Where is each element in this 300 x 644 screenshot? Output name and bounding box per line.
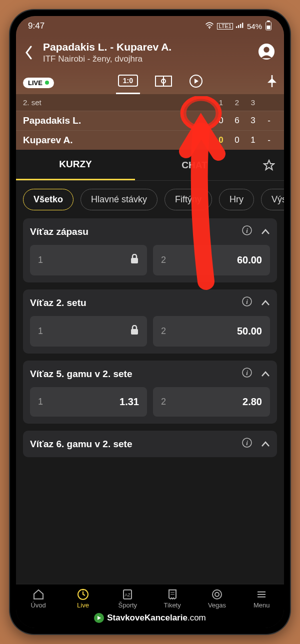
play-icon	[94, 613, 104, 623]
odd-button[interactable]: 2 60.00	[153, 245, 270, 275]
back-button[interactable]	[25, 44, 35, 61]
col-3: 3	[245, 98, 261, 107]
svg-point-0	[209, 28, 210, 29]
odd-button[interactable]: 2 50.00	[153, 316, 270, 347]
app-header: Papadakis L. - Kuparev A. ITF Nairobi - …	[16, 36, 284, 68]
odd-button[interactable]: 1	[30, 316, 147, 347]
match-title: Papadakis L. - Kuparev A.	[43, 41, 250, 53]
battery-icon	[265, 21, 272, 32]
odd-label: 1	[38, 326, 43, 337]
nav-sports[interactable]: AZ Športy	[106, 588, 150, 609]
market-title: Víťaz 2. setu	[30, 297, 86, 308]
phone-frame: 9:47 LTE1 54% Papadakis L. -	[10, 10, 290, 634]
svg-text:i: i	[246, 298, 248, 305]
view-tabs: LIVE 1:0	[16, 68, 284, 94]
tab-chat[interactable]: CHAT	[135, 151, 254, 180]
nav-menu[interactable]: Menu	[240, 588, 284, 609]
nav-tickets[interactable]: Tikety	[150, 588, 194, 609]
svg-point-9	[264, 47, 269, 53]
p2-s1: 0	[229, 135, 245, 145]
nav-vegas[interactable]: Vegas	[194, 588, 239, 609]
svg-point-31	[215, 592, 219, 596]
nav-label: Menu	[254, 601, 270, 609]
bottom-nav: Úvod Live AZ Športy Tikety Vegas Menu	[16, 584, 284, 610]
tab-court[interactable]	[153, 73, 174, 93]
filter-main[interactable]: Hlavné stávky	[80, 189, 158, 210]
live-badge: LIVE	[23, 78, 54, 88]
svg-point-30	[212, 590, 222, 599]
market-card: Víťaz 2. setu i 1 2 50.00	[23, 289, 277, 354]
lock-icon	[130, 325, 139, 338]
collapse-icon[interactable]	[261, 226, 270, 237]
filter-row[interactable]: Všetko Hlavné stávky Fiftýny Hry Výs	[16, 181, 284, 218]
odd-value: 1.31	[120, 396, 139, 408]
svg-rect-1	[236, 26, 237, 28]
brand-tld: .com	[188, 613, 206, 622]
nav-label: Úvod	[30, 601, 46, 609]
filter-games[interactable]: Hry	[219, 189, 254, 210]
odd-button[interactable]: 2 2.80	[153, 387, 270, 417]
nav-label: Vegas	[208, 601, 226, 609]
nav-label: Tikety	[164, 601, 181, 609]
odd-label: 2	[161, 255, 166, 265]
nav-live[interactable]: Live	[60, 588, 105, 609]
status-right: LTE1 54%	[205, 21, 272, 32]
info-icon[interactable]: i	[242, 225, 252, 238]
header-titles: Papadakis L. - Kuparev A. ITF Nairobi - …	[43, 41, 250, 64]
screen: 9:47 LTE1 54% Papadakis L. -	[16, 16, 284, 628]
info-icon[interactable]: i	[242, 438, 252, 450]
collapse-icon[interactable]	[261, 439, 270, 450]
market-card: Víťaz 6. gamu v 2. sete i	[23, 431, 277, 457]
p1-s1: 6	[229, 116, 245, 126]
odd-label: 2	[161, 326, 166, 337]
market-card: Víťaz 5. gamu v 2. sete i 1 1.31 2 2.80	[23, 361, 277, 424]
nav-home[interactable]: Úvod	[16, 588, 60, 609]
svg-rect-16	[131, 258, 138, 263]
signal-icon	[236, 22, 244, 31]
scoreboard: 2. set 1 2 3 Papadakis L. 0 6 3 - Kupare…	[16, 94, 284, 150]
market-title: Víťaz zápasu	[30, 226, 88, 237]
market-title: Víťaz 5. gamu v 2. sete	[30, 369, 132, 380]
match-subtitle: ITF Nairobi - ženy, dvojhra	[43, 54, 250, 64]
svg-text:i: i	[246, 369, 248, 377]
odd-label: 1	[38, 255, 43, 265]
score-tab-label: 1:0	[118, 75, 138, 87]
profile-button[interactable]	[258, 43, 275, 62]
collapse-icon[interactable]	[261, 297, 270, 308]
markets-list[interactable]: Víťaz zápasu i 1 2 60.00	[16, 218, 284, 584]
info-icon[interactable]: i	[242, 368, 252, 380]
tab-video[interactable]	[187, 71, 205, 94]
odd-value: 60.00	[237, 254, 262, 266]
p2-s2: 1	[245, 135, 261, 145]
odd-label: 2	[161, 397, 166, 407]
tab-odds[interactable]: KURZY	[16, 150, 135, 180]
svg-rect-19	[131, 329, 138, 335]
svg-rect-6	[267, 21, 270, 22]
market-title: Víťaz 6. gamu v 2. sete	[30, 439, 132, 450]
status-time: 9:47	[28, 21, 44, 31]
odd-button[interactable]: 1 1.31	[30, 387, 147, 417]
svg-text:AZ: AZ	[125, 592, 131, 597]
live-dot-icon	[45, 81, 49, 85]
info-icon[interactable]: i	[242, 296, 252, 309]
filter-all[interactable]: Všetko	[23, 189, 74, 210]
svg-rect-4	[242, 23, 243, 28]
col-2: 2	[229, 98, 245, 107]
svg-rect-2	[238, 25, 239, 28]
player2-name: Kuparev A.	[23, 135, 213, 146]
odd-button[interactable]: 1	[30, 245, 147, 275]
filter-fifty[interactable]: Fiftýny	[164, 189, 212, 210]
collapse-icon[interactable]	[261, 369, 270, 380]
main-tabs: KURZY CHAT	[16, 150, 284, 181]
battery-text: 54%	[247, 22, 262, 31]
filter-results[interactable]: Výs	[261, 189, 284, 210]
favorite-button[interactable]	[254, 159, 284, 171]
live-text: LIVE	[28, 79, 42, 87]
odd-value: 50.00	[237, 326, 262, 337]
tab-score[interactable]: 1:0	[116, 72, 140, 94]
odd-label: 1	[38, 397, 43, 407]
p1-s3: -	[261, 116, 277, 126]
svg-rect-7	[266, 26, 270, 29]
p2-s3: -	[261, 135, 277, 145]
pin-button[interactable]	[267, 75, 277, 90]
